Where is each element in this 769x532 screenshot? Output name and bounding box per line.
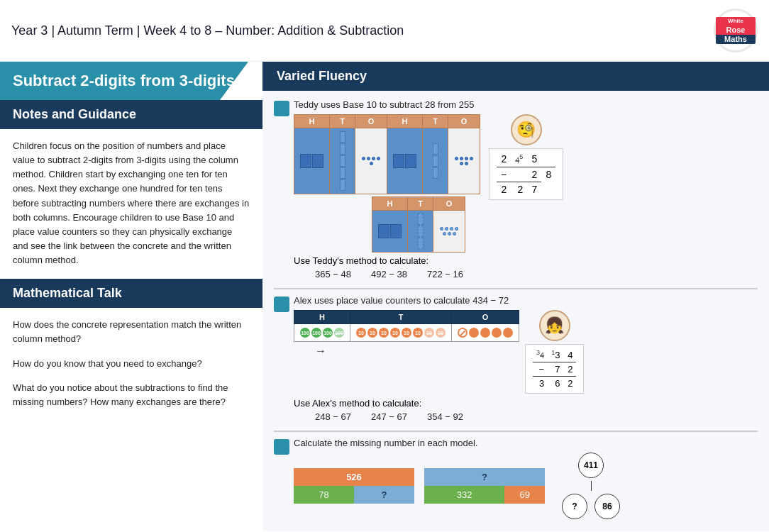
cm2-r1c1: 34 bbox=[533, 348, 548, 362]
cm2-r1c2: 13 bbox=[548, 348, 563, 362]
cm1-r2c3: 2 bbox=[527, 167, 541, 182]
cell-t-res bbox=[408, 211, 433, 253]
pv-table: H T O 100 100 100 bbox=[294, 310, 519, 342]
activity3-icon bbox=[274, 439, 289, 455]
cnt-t3: 10 bbox=[379, 328, 389, 338]
cell-h3 bbox=[387, 128, 423, 194]
cell-t1 bbox=[330, 128, 355, 194]
cm2-r3c1: 3 bbox=[533, 377, 548, 391]
activity1-icon bbox=[274, 101, 289, 116]
base10-table-bottom: H T O bbox=[372, 196, 465, 253]
cell-h-res bbox=[372, 211, 408, 253]
tree-diagram: 411 ? 86 bbox=[562, 453, 620, 519]
activity3-main: Calculate the missing number in each mod… bbox=[294, 438, 758, 519]
cnt-h4: 100 bbox=[334, 328, 344, 338]
logo-rose: Rose bbox=[716, 26, 756, 35]
cnt-o5 bbox=[503, 328, 513, 338]
activity2-calc-label: Use Alex's method to calculate: bbox=[294, 398, 758, 409]
activity3: Calculate the missing number in each mod… bbox=[274, 438, 758, 519]
cm2-r3c2: 6 bbox=[548, 377, 563, 391]
right-column: Varied Fluency Teddy uses Base 10 to sub… bbox=[262, 62, 769, 531]
activity3-text: Calculate the missing number in each mod… bbox=[294, 438, 758, 448]
col-o2: O bbox=[448, 115, 480, 128]
activity2: Alex uses place value counters to calcul… bbox=[274, 295, 758, 422]
cnt-t5: 10 bbox=[402, 328, 411, 338]
tree-branch-left: ? bbox=[562, 494, 587, 519]
cm1-r2c2 bbox=[511, 167, 527, 182]
cnt-t6: 10 bbox=[413, 328, 423, 338]
calc1-1: 365 − 48 bbox=[315, 269, 351, 279]
notes-text: Children focus on the position of number… bbox=[0, 129, 262, 277]
activity1-text: Teddy uses Base 10 to subtract 28 from 2… bbox=[294, 99, 758, 110]
pv-o: O bbox=[452, 311, 519, 324]
col-t-res: T bbox=[408, 197, 433, 211]
logo-white: White bbox=[716, 17, 756, 26]
column-method2-wrapper: 👧 34 13 4 − bbox=[525, 310, 584, 394]
separator1 bbox=[274, 288, 758, 289]
calc2-3: 354 − 92 bbox=[427, 411, 463, 422]
header-title: Year 3 | Autumn Term | Week 4 to 8 – Num… bbox=[11, 23, 404, 38]
cnt-h2: 100 bbox=[311, 328, 321, 338]
vf-content: Teddy uses Base 10 to subtract 28 from 2… bbox=[262, 91, 769, 532]
logo: White Rose Maths bbox=[714, 9, 758, 52]
activity2-main: Alex uses place value counters to calcul… bbox=[294, 295, 758, 422]
model1: 526 78 ? bbox=[294, 468, 414, 504]
cnt-h1: 100 bbox=[300, 328, 310, 338]
varied-fluency-heading: Varied Fluency bbox=[262, 62, 769, 91]
cm1-r1c2: 45 bbox=[511, 152, 527, 167]
cm2-r3c3: 2 bbox=[563, 377, 576, 391]
model2-bl: 332 bbox=[424, 486, 504, 504]
model2-bottom: 332 69 bbox=[424, 486, 545, 504]
pv-arrow: → bbox=[294, 345, 519, 358]
cm2-r2c3: 2 bbox=[563, 362, 576, 377]
page-header: Year 3 | Autumn Term | Week 4 to 8 – Num… bbox=[0, 0, 769, 62]
model1-top: 526 bbox=[294, 468, 414, 486]
pv-t: T bbox=[350, 311, 452, 324]
model2-br: 69 bbox=[504, 486, 545, 504]
cm1-r1c3: 5 bbox=[527, 152, 541, 167]
cm1-r2c1: − bbox=[497, 167, 511, 182]
cnt-t2: 10 bbox=[367, 328, 377, 338]
tree-line-top bbox=[591, 481, 592, 491]
pv-counters-t: 10 10 10 10 10 10 10 10 bbox=[356, 328, 446, 338]
notes-heading: Notes and Guidance bbox=[0, 100, 262, 129]
logo-maths: Maths bbox=[716, 35, 756, 44]
tree-branch-right: 86 bbox=[594, 494, 620, 519]
calc2-2: 247 − 67 bbox=[371, 411, 407, 422]
cm1-r2c4: 8 bbox=[541, 167, 555, 182]
col-t1: T bbox=[330, 115, 355, 128]
model1-bottom: 78 ? bbox=[294, 486, 414, 504]
activity2-text: Alex uses place value counters to calcul… bbox=[294, 295, 758, 306]
cnt-o1 bbox=[458, 328, 468, 338]
cell-o3 bbox=[448, 128, 480, 194]
cnt-t7: 10 bbox=[424, 328, 434, 338]
pv-h: H bbox=[294, 311, 350, 324]
activity1: Teddy uses Base 10 to subtract 28 from 2… bbox=[274, 99, 758, 279]
col-o-res: O bbox=[433, 197, 465, 211]
character-alex: 👧 bbox=[539, 310, 570, 341]
main-heading: Subtract 2-digits from 3-digits bbox=[0, 62, 262, 100]
activity2-pv: H T O 100 100 100 bbox=[294, 310, 758, 394]
cnt-o2 bbox=[469, 328, 479, 338]
calc1-2: 492 − 38 bbox=[371, 269, 407, 279]
pv-counters-h: 100 100 100 100 bbox=[300, 328, 344, 338]
col-t2: T bbox=[423, 115, 448, 128]
activity1-main: Teddy uses Base 10 to subtract 28 from 2… bbox=[294, 99, 758, 279]
activity3-models: 526 78 ? ? 332 69 bbox=[294, 453, 758, 519]
cm2-r2c1: − bbox=[533, 362, 548, 377]
cnt-t8: 10 bbox=[436, 328, 446, 338]
cm1-r3c1: 2 bbox=[497, 182, 511, 196]
cnt-o4 bbox=[492, 328, 502, 338]
cnt-h3: 100 bbox=[323, 328, 333, 338]
cnt-t1: 10 bbox=[356, 328, 366, 338]
col-h1: H bbox=[294, 115, 330, 128]
cm1-r3c3: 7 bbox=[527, 182, 541, 196]
pv-cell-t: 10 10 10 10 10 10 10 10 bbox=[350, 324, 452, 342]
activity2-icon bbox=[274, 297, 289, 312]
cm2-r2c2: 7 bbox=[548, 362, 563, 377]
left-column: Subtract 2-digits from 3-digits Notes an… bbox=[0, 62, 262, 531]
cm1-r1c1: 2 bbox=[497, 152, 511, 167]
tree-top: 411 bbox=[578, 453, 604, 478]
cell-o-res bbox=[433, 211, 465, 253]
tree-children: ? 86 bbox=[562, 494, 620, 519]
